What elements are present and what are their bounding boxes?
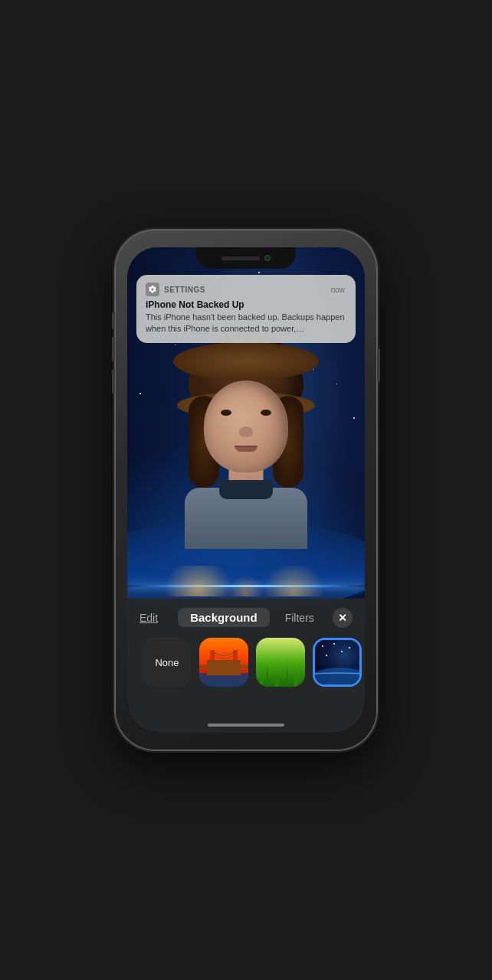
background-space-selected[interactable] (313, 638, 362, 687)
svg-point-10 (359, 644, 360, 645)
city-lights (127, 566, 365, 596)
background-grass[interactable] (256, 638, 305, 687)
notification-header: SETTINGS now (146, 283, 345, 296)
svg-rect-1 (199, 673, 248, 687)
notification-body: This iPhone hasn't been backed up. Backu… (146, 312, 345, 335)
background-bridge[interactable] (199, 638, 248, 687)
background-none[interactable]: None (143, 638, 192, 687)
notification-title: iPhone Not Backed Up (146, 299, 345, 310)
home-indicator (208, 724, 284, 727)
phone-screen: SETTINGS now iPhone Not Backed Up This i… (127, 247, 365, 733)
svg-point-8 (333, 643, 335, 645)
speaker (221, 256, 260, 260)
svg-point-9 (349, 647, 350, 648)
notification-app-info: SETTINGS (146, 283, 205, 296)
svg-point-13 (315, 668, 362, 687)
nose (239, 426, 253, 437)
eye-left (221, 410, 231, 416)
background-tab[interactable]: Background (178, 608, 270, 627)
notch (196, 247, 296, 269)
bottom-panel: Edit Background Filters ✕ None (127, 599, 365, 733)
volume-up-button[interactable] (112, 337, 115, 361)
settings-app-icon (146, 283, 159, 296)
close-button[interactable]: ✕ (333, 608, 353, 628)
background-options: None (139, 638, 353, 687)
panel-tabs: Edit Background Filters ✕ (139, 608, 353, 627)
silent-button[interactable] (112, 312, 115, 329)
svg-point-11 (341, 651, 343, 652)
filters-tab[interactable]: Filters (285, 612, 314, 624)
svg-point-12 (326, 655, 327, 656)
eye-right (261, 410, 271, 416)
person-figure (185, 335, 307, 549)
notification-banner[interactable]: SETTINGS now iPhone Not Backed Up This i… (136, 275, 356, 343)
svg-point-7 (322, 645, 323, 647)
edit-tab[interactable]: Edit (139, 612, 158, 624)
notification-time: now (331, 286, 345, 294)
notification-app-name: SETTINGS (164, 286, 205, 294)
phone-frame: SETTINGS now iPhone Not Backed Up This i… (115, 230, 377, 750)
svg-rect-5 (256, 638, 305, 687)
mouth (235, 446, 257, 452)
svg-rect-2 (199, 665, 248, 668)
collar (219, 480, 273, 499)
front-camera (264, 255, 271, 261)
power-button[interactable] (377, 348, 380, 382)
volume-down-button[interactable] (112, 369, 115, 394)
face (204, 381, 288, 472)
